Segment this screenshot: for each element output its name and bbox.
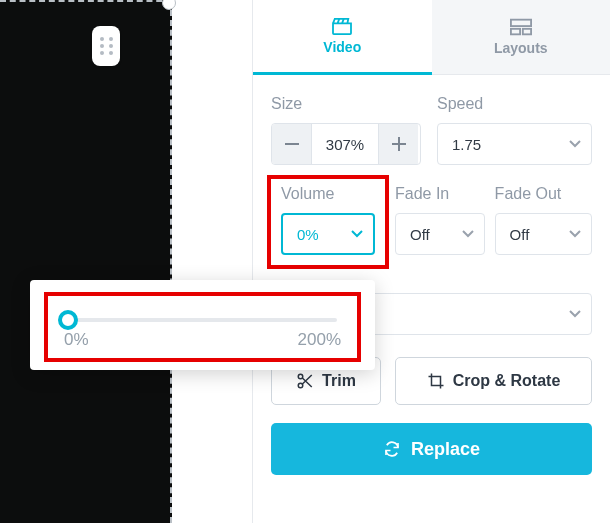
speed-label: Speed [437,95,592,113]
size-value[interactable]: 307% [312,124,378,164]
crop-rotate-button[interactable]: Crop & Rotate [395,357,592,405]
drag-handle[interactable] [92,26,120,66]
fade-out-value: Off [510,226,530,243]
chevron-down-icon [351,230,363,238]
chevron-down-icon [462,230,474,238]
svg-rect-0 [511,20,531,26]
clapperboard-icon [331,17,353,35]
properties-panel: Video Layouts Size 307% [252,0,610,523]
fade-in-select[interactable]: Off [395,213,485,255]
volume-slider-popover: 0% 200% [30,280,375,370]
tab-video-label: Video [323,39,361,55]
fade-in-label: Fade In [395,185,485,203]
slider-thumb[interactable] [58,310,78,330]
crop-icon [427,372,445,390]
svg-rect-2 [523,29,531,35]
svg-point-7 [298,383,303,388]
chevron-down-icon [569,140,581,148]
selection-handle[interactable] [162,0,176,10]
slider-max-label: 200% [298,330,341,350]
fade-in-value: Off [410,226,430,243]
speed-value: 1.75 [452,136,481,153]
chevron-down-icon [569,310,581,318]
minus-icon [285,143,299,145]
volume-slider[interactable] [68,318,337,322]
chevron-down-icon [569,230,581,238]
scissors-icon [296,372,314,390]
size-label: Size [271,95,421,113]
trim-label: Trim [322,372,356,390]
highlight-slider: 0% 200% [44,292,361,362]
tabs: Video Layouts [253,0,610,75]
size-increase-button[interactable] [378,124,418,164]
crop-label: Crop & Rotate [453,372,561,390]
volume-value: 0% [297,226,319,243]
replace-button[interactable]: Replace [271,423,592,475]
tab-layouts[interactable]: Layouts [432,0,611,75]
plus-icon [392,137,406,151]
svg-rect-5 [392,143,406,145]
svg-rect-3 [285,143,299,145]
speed-select[interactable]: 1.75 [437,123,592,165]
size-stepper: 307% [271,123,421,165]
volume-select[interactable]: 0% [281,213,375,255]
svg-point-6 [298,374,303,379]
highlight-volume: Volume 0% [267,175,389,269]
slider-min-label: 0% [64,330,89,350]
replace-label: Replace [411,439,480,460]
volume-label: Volume [281,185,375,203]
canvas-preview[interactable] [0,0,172,523]
fade-out-select[interactable]: Off [495,213,592,255]
svg-rect-1 [511,29,520,35]
tab-video[interactable]: Video [253,0,432,75]
fade-out-label: Fade Out [495,185,592,203]
refresh-icon [383,440,401,458]
tab-layouts-label: Layouts [494,40,548,56]
layouts-icon [510,18,532,36]
size-decrease-button[interactable] [272,124,312,164]
